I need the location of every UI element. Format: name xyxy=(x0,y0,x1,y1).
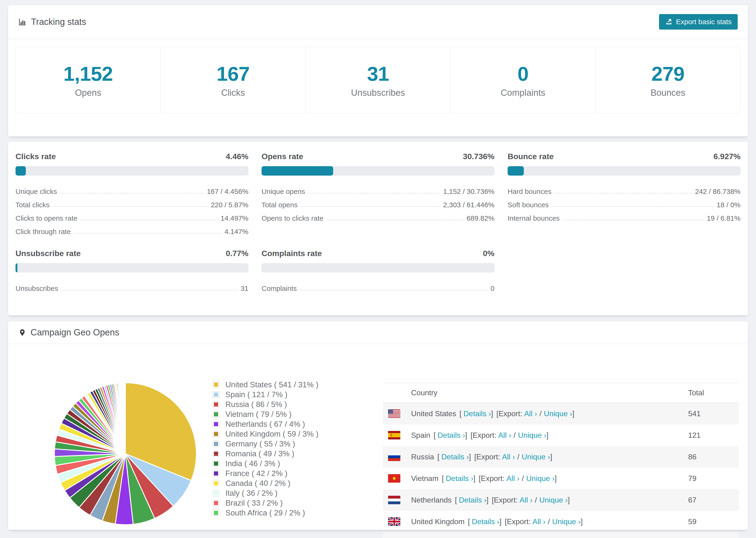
legend-item[interactable]: Germany ( 55 / 3% ) xyxy=(213,439,318,449)
opens-rate-value: 30.736% xyxy=(463,152,495,161)
table-row-spain: Spain [Details ›] [Export:All ›/Unique ›… xyxy=(383,424,739,446)
table-row-united-kingdom: United Kingdom [Details ›] [Export:All ›… xyxy=(383,511,739,532)
complaints-rate-title: Complaints rate xyxy=(261,249,322,258)
country-name: United States xyxy=(411,409,456,418)
stat-row-value: 1,152 / 30.736% xyxy=(443,188,495,195)
export-all-link[interactable]: All › xyxy=(507,474,519,483)
legend-item[interactable]: Canada ( 40 / 2% ) xyxy=(213,478,318,488)
complaints-count: 0 xyxy=(517,62,528,85)
geo-title: Campaign Geo Opens xyxy=(30,327,119,338)
legend-label: Vietnam ( 79 / 5% ) xyxy=(225,410,292,419)
details-link[interactable]: Details › xyxy=(441,453,469,461)
export-all-link[interactable]: All › xyxy=(519,496,532,505)
geo-pie-chart[interactable] xyxy=(51,380,199,528)
legend-swatch xyxy=(213,401,219,408)
export-unique-link[interactable]: Unique › xyxy=(526,474,555,483)
bracket: ] xyxy=(486,496,489,505)
dotted-leader xyxy=(61,290,238,290)
legend-swatch xyxy=(213,451,219,457)
stat-row: Opens to clicks rate689.82% xyxy=(261,209,495,222)
dotted-leader xyxy=(52,206,208,207)
legend-item[interactable]: Brazil ( 33 / 2% ) xyxy=(213,498,318,508)
clicks-rate-block: Clicks rate 4.46% Unique clicks167 / 4.4… xyxy=(16,152,248,236)
export-unique-link[interactable]: Unique › xyxy=(518,431,546,440)
geo-header: Campaign Geo Opens xyxy=(8,321,748,344)
stat-row: Unique opens1,152 / 30.736% xyxy=(261,182,495,195)
table-row-vietnam: Vietnam [Details ›] [Export:All ›/Unique… xyxy=(383,467,739,489)
export-all-link[interactable]: All › xyxy=(498,431,511,440)
tracking-stats-title-group: Tracking stats xyxy=(18,17,86,27)
bracket: ] xyxy=(469,453,471,461)
details-link[interactable]: Details › xyxy=(459,496,486,505)
legend-item[interactable]: South Africa ( 29 / 2% ) xyxy=(213,508,318,518)
geo-table: Country Total United States [Details ›] … xyxy=(383,383,739,538)
legend-item[interactable]: Russia ( 86 / 5% ) xyxy=(213,400,318,409)
details-link[interactable]: Details › xyxy=(463,409,491,418)
country-name: Vietnam xyxy=(411,474,439,483)
slash: / xyxy=(540,409,542,418)
legend-label: Germany ( 55 / 3% ) xyxy=(225,439,295,448)
bracket: ] xyxy=(491,409,493,418)
stat-box-clicks: 167 Clicks xyxy=(161,47,305,113)
slash: / xyxy=(535,496,537,505)
legend-item[interactable]: Netherlands ( 67 / 4% ) xyxy=(213,419,318,429)
country-name: Russia xyxy=(411,453,434,461)
flag-es-icon xyxy=(388,431,400,439)
legend-swatch xyxy=(213,500,219,506)
legend-item[interactable]: France ( 42 / 2% ) xyxy=(213,468,318,478)
stat-row-label: Opens to clicks rate xyxy=(261,214,323,222)
export-unique-link[interactable]: Unique › xyxy=(522,453,550,461)
export-all-link[interactable]: All › xyxy=(532,517,545,526)
legend-item[interactable]: Vietnam ( 79 / 5% ) xyxy=(213,409,318,419)
bracket: [ xyxy=(442,474,444,483)
flag-gb-icon xyxy=(388,517,400,526)
export-all-link[interactable]: All › xyxy=(524,409,537,418)
stat-row: Total clicks220 / 5.87% xyxy=(16,195,248,209)
export-unique-link[interactable]: Unique › xyxy=(539,496,568,505)
legend-item[interactable]: Italy ( 36 / 2% ) xyxy=(213,488,318,498)
legend-item[interactable]: Spain ( 121 / 7% ) xyxy=(213,390,318,400)
legend-item[interactable]: India ( 46 / 3% ) xyxy=(213,459,318,468)
legend-swatch xyxy=(213,381,219,388)
opens-rate-block: Opens rate 30.736% Unique opens1,152 / 3… xyxy=(261,152,495,236)
legend-swatch xyxy=(213,411,219,418)
country-column-header: Country xyxy=(411,389,437,397)
complaints-label: Complaints xyxy=(501,88,545,98)
details-link[interactable]: Details › xyxy=(472,517,499,526)
complaints-rate-value: 0% xyxy=(483,249,495,258)
stat-row: Soft bounces18 / 0% xyxy=(508,195,740,209)
bounce-rate-title: Bounce rate xyxy=(508,152,554,161)
legend-item[interactable]: Romania ( 49 / 3% ) xyxy=(213,449,318,459)
legend-swatch xyxy=(213,470,219,477)
country-name: Spain xyxy=(411,431,430,440)
total-value: 67 xyxy=(688,496,697,505)
export-unique-link[interactable]: Unique › xyxy=(552,517,581,526)
export-basic-stats-button[interactable]: Export basic stats xyxy=(659,14,738,29)
export-prefix: [Export: xyxy=(505,517,531,526)
export-basic-stats-label: Export basic stats xyxy=(676,18,731,26)
export-unique-link[interactable]: Unique › xyxy=(544,409,572,418)
export-all-link[interactable]: All › xyxy=(502,453,515,461)
bracket: ] xyxy=(465,431,467,440)
dotted-leader xyxy=(563,220,704,220)
bracket: ] xyxy=(473,474,475,483)
stat-row: Unique clicks167 / 4.456% xyxy=(16,182,248,195)
stat-row-value: 167 / 4.456% xyxy=(207,188,248,195)
total-value: 86 xyxy=(688,453,697,461)
legend-item[interactable]: United States ( 541 / 31% ) xyxy=(213,380,318,390)
legend-item[interactable]: United Kingdom ( 59 / 3% ) xyxy=(213,429,318,439)
details-link[interactable]: Details › xyxy=(446,474,473,483)
stat-row: Click through rate4.147% xyxy=(16,222,248,236)
stat-row: Complaints0 xyxy=(261,279,495,293)
stat-box-unsubscribes: 31 Unsubscribes xyxy=(306,47,451,113)
legend-label: Spain ( 121 / 7% ) xyxy=(225,390,287,399)
stat-box-opens: 1,152 Opens xyxy=(16,47,161,113)
unsubscribes-label: Unsubscribes xyxy=(351,88,405,98)
flag-nl-icon xyxy=(388,496,400,504)
unsubscribe-rate-block: Unsubscribe rate 0.77% Unsubscribes31 xyxy=(16,249,248,293)
details-link[interactable]: Details › xyxy=(438,431,465,440)
summary-stats-row: 1,152 Opens 167 Clicks 31 Unsubscribes 0… xyxy=(16,47,740,113)
country-name: Netherlands xyxy=(411,496,452,505)
stat-row: Clicks to opens rate14.497% xyxy=(16,209,248,222)
stat-row-value: 689.82% xyxy=(467,214,495,222)
